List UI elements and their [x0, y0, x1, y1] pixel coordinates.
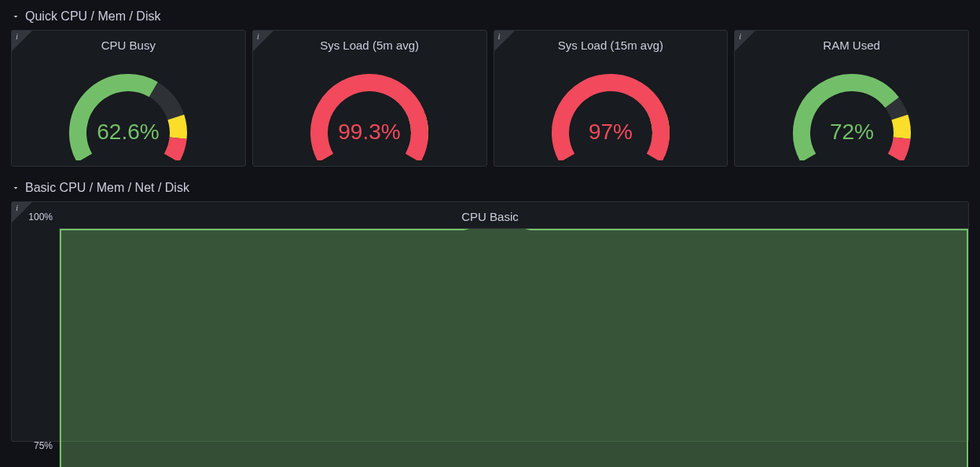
- chevron-down-icon: [11, 183, 20, 193]
- section-toggle-basic[interactable]: Basic CPU / Mem / Net / Disk: [11, 178, 969, 201]
- panel-info-button[interactable]: [12, 31, 32, 51]
- y-axis: 0%25%50%75%100%: [12, 228, 59, 467]
- gauge-svg: 72%: [773, 58, 930, 160]
- gauge-panel: i Sys Load (5m avg) 99.3%: [252, 30, 487, 167]
- gauge-panel: i Sys Load (15m avg) 97%: [494, 30, 729, 167]
- chart-series: [60, 229, 968, 467]
- panel-title: RAM Used: [823, 39, 880, 52]
- panel-title: CPU Busy: [101, 39, 156, 52]
- gauge-value: 62.6%: [97, 120, 160, 144]
- chevron-down-icon: [11, 12, 20, 21]
- chart-svg: [60, 229, 968, 467]
- section-title-quick: Quick CPU / Mem / Disk: [25, 9, 160, 24]
- gauge-value: 99.3%: [338, 120, 400, 144]
- y-tick: 75%: [34, 440, 53, 451]
- gauge-svg: 99.3%: [291, 58, 448, 160]
- gauge: 62.6%: [12, 52, 245, 166]
- section-title-basic: Basic CPU / Mem / Net / Disk: [25, 181, 189, 195]
- panel-info-button[interactable]: [735, 31, 755, 51]
- section-toggle-quick[interactable]: Quick CPU / Mem / Disk: [11, 6, 969, 30]
- gauge-panel: i RAM Used 72%: [734, 30, 969, 167]
- panel-title: Sys Load (15m avg): [558, 39, 663, 52]
- gauge-value: 97%: [589, 120, 633, 144]
- panel-info-button[interactable]: [494, 31, 515, 51]
- gauge-panel: i CPU Busy 62.6%: [11, 30, 246, 167]
- panel-info-button[interactable]: [253, 31, 273, 51]
- gauge: 72%: [735, 52, 968, 166]
- gauge: 99.3%: [253, 52, 486, 166]
- gauge-svg: 97%: [532, 58, 689, 160]
- gauge-svg: 62.6%: [50, 58, 207, 160]
- panel-cpu-basic: i CPU Basic 0%25%50%75%100% 06/26 00:000…: [11, 201, 969, 442]
- chart-plot-area[interactable]: [59, 228, 968, 467]
- y-tick: 100%: [28, 211, 53, 222]
- panel-title: CPU Basic: [12, 202, 968, 228]
- gauge: 97%: [494, 52, 728, 166]
- panel-title: Sys Load (5m avg): [320, 39, 419, 52]
- gauge-value: 72%: [830, 120, 874, 144]
